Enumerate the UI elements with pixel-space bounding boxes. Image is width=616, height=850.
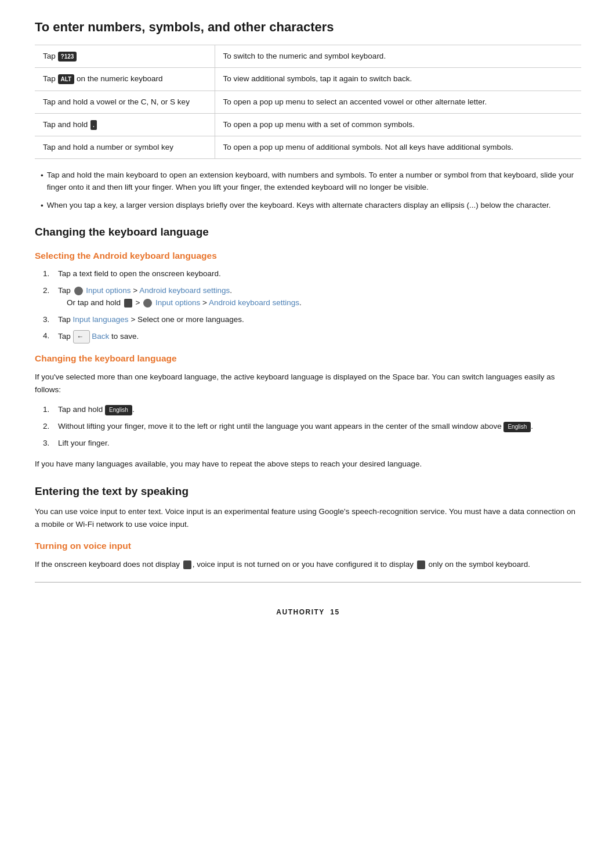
step-text-c1: Tap and hold English.	[58, 404, 135, 416]
speaking-paragraph: You can use voice input to enter text. V…	[35, 505, 581, 530]
table-cell-desc: To open a pop up menu with a set of comm…	[215, 113, 581, 136]
android-kb-link2: Android keyboard settings	[209, 298, 299, 307]
footer: AUTHORITY 15	[35, 607, 581, 617]
changing-lang-outro: If you have many languages available, yo…	[35, 458, 581, 471]
footer-page-number: 15	[330, 608, 339, 616]
ordered-item-c2: 2. Without lifting your finger, move it …	[43, 421, 581, 433]
mic-icon-voice2	[417, 560, 425, 569]
table-row: Tap ALT on the numeric keyboard To view …	[35, 68, 581, 91]
dot-period-icon: .	[90, 120, 97, 130]
table-cell-desc: To open a pop up menu to select an accen…	[215, 91, 581, 113]
step-text-3: Tap Input languages > Select one or more…	[58, 314, 244, 326]
ordered-item-1: 1. Tap a text field to open the onscreen…	[43, 268, 581, 280]
ordered-item-4: 4. Tap ← Back to save.	[43, 330, 581, 343]
table-row: Tap and hold a vowel or the C, N, or S k…	[35, 91, 581, 113]
step-num-c3: 3.	[43, 437, 58, 450]
english-key-inline: English	[105, 405, 132, 415]
table-cell-action: Tap ALT on the numeric keyboard	[35, 68, 215, 91]
table-cell-desc: To open a pop up menu of additional symb…	[215, 136, 581, 159]
table-row: Tap and hold a number or symbol key To o…	[35, 136, 581, 159]
table-cell-action: Tap ?123	[35, 45, 215, 68]
bullet-text-2: When you tap a key, a larger version dis…	[47, 200, 551, 212]
section1-heading: Changing the keyboard language	[35, 224, 581, 241]
table-row: Tap and hold . To open a pop up menu wit…	[35, 113, 581, 136]
input-languages-link: Input languages	[73, 315, 129, 324]
sub-heading-selecting: Selecting the Android keyboard languages	[35, 249, 581, 262]
step-num-c1: 1.	[43, 404, 58, 416]
bullet-dot-2: •	[41, 200, 44, 212]
bullet-section: • Tap and hold the main keyboard to open…	[35, 169, 581, 212]
back-arrow-icon: ←	[77, 331, 84, 342]
sub-heading-voice: Turning on voice input	[35, 539, 581, 552]
step-text-c2: Without lifting your finger, move it to …	[58, 421, 533, 433]
page-main-heading: To enter numbers, symbols, and other cha…	[35, 17, 581, 37]
table-cell-action: Tap and hold a number or symbol key	[35, 136, 215, 159]
table-cell-desc: To view additional symbols, tap it again…	[215, 68, 581, 91]
english-key-inline2: English	[503, 422, 531, 432]
ordered-item-c1: 1. Tap and hold English.	[43, 404, 581, 416]
voice-input-paragraph: If the onscreen keyboard does not displa…	[35, 558, 581, 571]
settings-icon-inline	[74, 287, 83, 295]
step-text-c3: Lift your finger.	[58, 437, 110, 450]
step-num-c2: 2.	[43, 421, 58, 433]
step-num-3: 3.	[43, 314, 58, 326]
sub-heading-changing: Changing the keyboard language	[35, 352, 581, 365]
bullet-text-1: Tap and hold the main keyboard to open a…	[47, 169, 581, 194]
step-text-1: Tap a text field to open the onscreen ke…	[58, 268, 221, 280]
step-text-4: Tap ← Back to save.	[58, 330, 139, 343]
table-cell-action: Tap and hold .	[35, 113, 215, 136]
mic-icon-inline	[124, 299, 132, 308]
step-text-2: Tap Input options > Android keyboard set…	[58, 285, 302, 309]
android-kb-link: Android keyboard settings	[139, 286, 230, 295]
step-num-1: 1.	[43, 268, 58, 280]
footer-authority: AUTHORITY	[276, 608, 324, 616]
ordered-item-2: 2. Tap Input options > Android keyboard …	[43, 285, 581, 309]
step-num-4: 4.	[43, 330, 58, 343]
table-cell-desc: To switch to the numeric and symbol keyb…	[215, 45, 581, 68]
key-badge-alt: ALT	[58, 74, 75, 84]
key-badge-123: ?123	[58, 52, 77, 62]
input-options-link2: Input options	[155, 298, 200, 307]
section2-heading: Entering the text by speaking	[35, 483, 581, 500]
back-button-inline: ←	[73, 330, 90, 343]
table-row: Tap ?123 To switch to the numeric and sy…	[35, 45, 581, 68]
ordered-item-c3: 3. Lift your finger.	[43, 437, 581, 450]
back-link: Back	[92, 332, 109, 341]
bullet-dot-1: •	[41, 170, 44, 194]
table-cell-action: Tap and hold a vowel or the C, N, or S k…	[35, 91, 215, 113]
info-table: Tap ?123 To switch to the numeric and sy…	[35, 45, 581, 159]
ordered-list-changing: 1. Tap and hold English. 2. Without lift…	[35, 404, 581, 450]
mic-icon-voice	[183, 560, 191, 569]
input-options-link: Input options	[86, 286, 131, 295]
gear-icon-inline2	[143, 299, 152, 308]
ordered-list-selecting: 1. Tap a text field to open the onscreen…	[35, 268, 581, 343]
bullet-item-1: • Tap and hold the main keyboard to open…	[41, 169, 581, 194]
changing-lang-intro: If you've selected more than one keyboar…	[35, 371, 581, 396]
footer-divider: AUTHORITY 15	[35, 582, 581, 617]
step-num-2: 2.	[43, 285, 58, 309]
bullet-item-2: • When you tap a key, a larger version d…	[41, 200, 581, 212]
ordered-item-3: 3. Tap Input languages > Select one or m…	[43, 314, 581, 326]
